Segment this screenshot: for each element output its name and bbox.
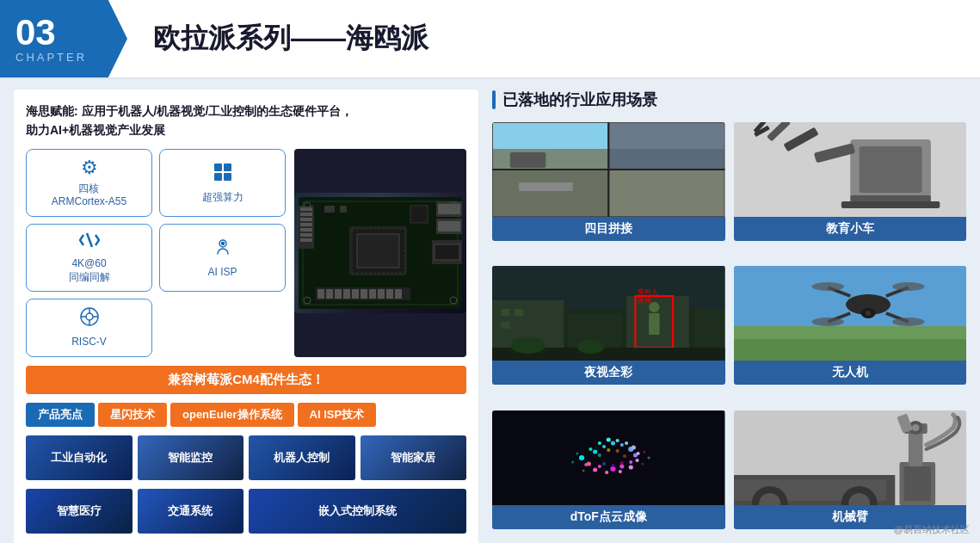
svg-point-122 [637,452,640,455]
svg-point-108 [620,443,624,447]
svg-line-4 [87,233,92,247]
features-board: ⚙ 四核ARMCortex-A55 超 [26,149,466,357]
svg-rect-1 [224,164,231,171]
tab-features[interactable]: 产品亮点 [26,403,95,427]
svg-rect-47 [378,289,385,299]
svg-point-127 [593,467,597,472]
compatible-banner: 兼容树莓派CM4配件生态！ [26,366,466,394]
svg-point-118 [607,437,611,441]
board-placeholder [294,193,466,313]
svg-rect-91 [734,326,967,339]
feature-risc-label: RISC-V [71,336,107,349]
compute-icon [213,162,233,188]
svg-point-135 [602,462,606,466]
page-title: 欧拉派系列——海鸥派 [153,20,428,58]
svg-rect-63 [859,146,921,193]
scenario-drone-img [734,266,967,361]
scenario-pointcloud-label: dToF点云成像 [492,505,725,529]
svg-rect-31 [324,206,335,213]
svg-rect-28 [438,221,460,231]
svg-rect-20 [300,218,312,221]
svg-rect-45 [361,289,367,299]
svg-point-154 [912,424,919,431]
right-panel: 已落地的行业应用场景 [492,89,966,543]
scenario-night-label: 夜视全彩 [492,361,725,385]
svg-point-132 [623,454,626,458]
svg-point-105 [593,449,597,454]
tab-openeuler[interactable]: openEuler操作系统 [170,403,294,427]
svg-rect-56 [493,170,607,216]
scenario-night-img: 室外人 苏州 [492,266,725,361]
svg-text:室外人: 室外人 [638,288,658,296]
app-embedded-label: 嵌入式控制系统 [318,503,397,519]
app-embedded: 嵌入式控制系统 [249,489,466,534]
app-smart-home-label: 智能家居 [391,450,435,466]
svg-rect-43 [343,289,350,299]
app-medical-label: 智慧医疗 [57,503,102,519]
svg-point-136 [571,460,574,463]
svg-rect-77 [501,309,509,316]
svg-point-104 [579,455,584,460]
svg-point-107 [611,441,615,445]
tab-starflash[interactable]: 星闪技术 [98,403,167,427]
scenario-road-label: 四目拼接 [492,217,725,241]
svg-rect-49 [395,289,402,299]
svg-point-129 [598,454,601,457]
risc-icon [79,306,100,332]
svg-point-6 [221,242,224,244]
svg-point-140 [582,469,585,472]
main-content: 海思赋能: 应用于机器人/机器视觉/工业控制的生态硬件平台，助力AI+机器视觉产… [0,79,980,543]
scenario-road-img [492,122,725,217]
feature-risc: RISC-V [26,299,152,357]
ai-isp-icon [213,237,233,262]
svg-rect-3 [224,173,231,181]
svg-point-131 [616,449,619,453]
feature-4k-label: 4K@60同编同解 [69,257,110,284]
section-title: 已落地的行业应用场景 [492,89,966,110]
svg-point-128 [584,463,588,466]
scenario-road: 四目拼接 [492,122,725,257]
svg-point-97 [811,282,843,291]
svg-point-112 [619,464,624,468]
svg-rect-24 [300,238,312,242]
app-smart-home: 智能家居 [361,435,467,480]
svg-rect-17 [299,206,314,249]
app-surveillance-label: 智能监控 [168,450,213,466]
svg-point-124 [629,465,633,469]
svg-point-111 [629,460,632,464]
svg-text:苏州: 苏州 [638,297,651,305]
svg-point-86 [510,336,546,354]
svg-point-120 [625,441,628,445]
header: 03 CHAPTER 欧拉派系列——海鸥派 [0,0,980,79]
chapter-label: CHAPTER [15,51,87,64]
svg-point-114 [598,465,601,468]
tab-ai-isp[interactable]: AI ISP技术 [298,403,377,427]
svg-rect-44 [352,289,359,299]
scenario-drone: 无人机 [734,266,967,401]
scenario-pointcloud-img [492,410,725,505]
scenario-pointcloud: dToF点云成像 [492,410,725,544]
feature-4k: 4K@60同编同解 [26,224,152,292]
board-image [294,149,466,357]
watermark: @易百纳技术社区 [894,523,970,536]
page-wrapper: 03 CHAPTER 欧拉派系列——海鸥派 海思赋能: 应用于机器人/机器视觉/… [0,0,980,543]
svg-point-87 [577,340,604,354]
svg-point-126 [605,471,608,474]
apps-row1: 工业自动化 智能监控 机器人控制 智能家居 [26,435,466,480]
app-robot-control: 机器人控制 [249,435,355,480]
svg-point-117 [598,441,601,445]
svg-point-99 [811,318,843,326]
svg-point-130 [607,448,610,452]
svg-rect-2 [214,173,222,181]
svg-rect-48 [386,289,393,299]
svg-rect-19 [300,213,312,216]
svg-rect-23 [300,233,312,237]
svg-point-100 [892,318,924,326]
svg-rect-0 [214,164,222,171]
svg-rect-16 [357,234,399,268]
svg-point-121 [632,445,636,449]
svg-rect-55 [609,123,724,149]
svg-rect-82 [649,313,659,335]
svg-rect-32 [340,206,347,213]
code-icon [79,231,100,254]
